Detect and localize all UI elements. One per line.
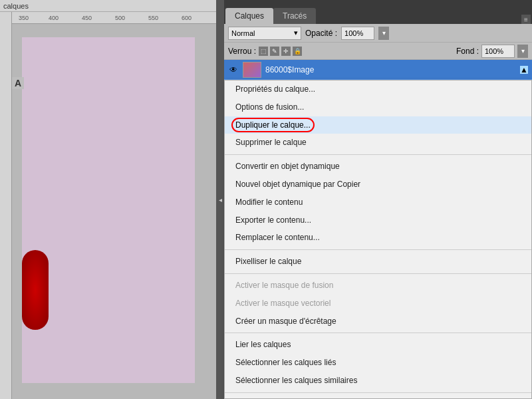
tab-calques-label: Calques: [235, 11, 264, 21]
blend-mode-value: Normal: [231, 29, 255, 37]
fond-label: Fond :: [456, 47, 479, 56]
lock-move-icon[interactable]: ✛: [281, 47, 291, 56]
menu-item-new_smart_object[interactable]: Nouvel objet dynamique par Copier: [225, 176, 531, 194]
lock-icons: ⬚ ✎ ✛ 🔒: [259, 47, 302, 56]
verrou-fond-row: Verrou : ⬚ ✎ ✛ 🔒 Fond : 100% ▾: [224, 43, 532, 60]
menu-item-link_layers[interactable]: Lier les calques: [225, 336, 531, 354]
ruler-left: [0, 12, 12, 399]
fond-input[interactable]: 100%: [481, 45, 515, 58]
menu-item-copy_style[interactable]: Copier le style de calque: [225, 396, 531, 399]
menu-item-delete[interactable]: Supprimer le calque: [225, 134, 531, 152]
lock-transparent-icon[interactable]: ⬚: [259, 47, 268, 56]
ruler-tick-600: 600: [182, 15, 192, 21]
layer-row[interactable]: 👁 86000$Image ▲: [224, 60, 532, 80]
menu-separator-13: [225, 332, 531, 333]
menu-separator-10: [225, 273, 531, 274]
menu-item-properties[interactable]: Propriétés du calque...: [225, 80, 531, 98]
tab-traces-label: Tracés: [283, 11, 307, 21]
menu-item-select_similar[interactable]: Sélectionner les calques similaires: [225, 372, 531, 390]
window-title-text: calques: [3, 2, 29, 10]
tab-traces[interactable]: Tracés: [273, 8, 316, 24]
canvas-content: A: [12, 24, 216, 399]
opacity-value: 100%: [344, 29, 363, 37]
menu-item-vector_mask: Activer le masque vectoriel: [225, 295, 531, 313]
menu-item-replace_content[interactable]: Remplacer le contenu...: [225, 229, 531, 247]
menu-item-export_content[interactable]: Exporter le contenu...: [225, 211, 531, 229]
panel-menu-icon[interactable]: ≡: [521, 15, 531, 24]
panel-expand[interactable]: ◂: [216, 0, 224, 399]
ruler-tick-500: 500: [115, 15, 125, 21]
canvas-image: [22, 37, 195, 383]
window-title: calques: [0, 0, 216, 12]
menu-item-rasterize[interactable]: Pixelliser le calque: [225, 253, 531, 271]
blend-mode-select[interactable]: Normal ▾: [228, 27, 301, 40]
ruler-tick-400: 400: [49, 15, 59, 21]
ruler-tick-550: 550: [148, 15, 158, 21]
fond-value: 100%: [485, 47, 503, 55]
menu-separator-9: [225, 249, 531, 250]
expand-arrow-icon: ◂: [219, 196, 222, 203]
menu-item-fusion_options[interactable]: Options de fusion...: [225, 98, 531, 116]
verrou-label: Verrou :: [228, 47, 256, 56]
layer-name: 86000$Image: [265, 65, 314, 74]
lock-image-icon[interactable]: ✎: [270, 47, 279, 56]
context-menu: Propriétés du calque...Options de fusion…: [224, 80, 532, 399]
tab-calques[interactable]: Calques: [225, 8, 273, 24]
fond-increment[interactable]: ▾: [517, 45, 528, 58]
tab-bar: Calques Tracés ≡: [224, 0, 532, 24]
ruler-top: 350 400 450 500 550 600: [12, 12, 216, 24]
canvas-area: calques 350 400 450 500 550 600 A: [0, 0, 216, 399]
ruler-tick-350: 350: [19, 15, 29, 21]
red-blob: [22, 250, 49, 330]
menu-separator-4: [225, 154, 531, 155]
blend-mode-row: Normal ▾ Opacité : 100% ▾: [224, 24, 532, 43]
menu-item-modify_content[interactable]: Modifier le contenu: [225, 194, 531, 211]
layer-visibility-icon[interactable]: 👁: [228, 66, 239, 74]
layer-thumbnail: [243, 62, 261, 78]
menu-item-select_linked[interactable]: Sélectionner les calques liés: [225, 354, 531, 372]
layers-panel: Calques Tracés ≡ Normal ▾ Opacité : 100%…: [224, 0, 532, 399]
layer-scroll-up[interactable]: ▲: [520, 66, 528, 74]
ruler-tick-450: 450: [82, 15, 92, 21]
opacity-input[interactable]: 100%: [341, 27, 374, 40]
opacity-increment[interactable]: ▾: [378, 27, 389, 40]
text-tool-icon: A: [12, 77, 24, 89]
menu-item-clipping_mask[interactable]: Créer un masque d'écrêtage: [225, 313, 531, 331]
menu-item-smart_object[interactable]: Convertir en objet dynamique: [225, 158, 531, 176]
menu-item-duplicate[interactable]: Dupliquer le calque...: [225, 116, 531, 134]
lock-all-icon[interactable]: 🔒: [293, 47, 302, 56]
menu-item-fusion_mask: Activer le masque de fusion: [225, 277, 531, 295]
menu-separator-16: [225, 392, 531, 393]
blend-mode-arrow: ▾: [294, 29, 298, 37]
opacity-label: Opacité :: [305, 29, 337, 38]
